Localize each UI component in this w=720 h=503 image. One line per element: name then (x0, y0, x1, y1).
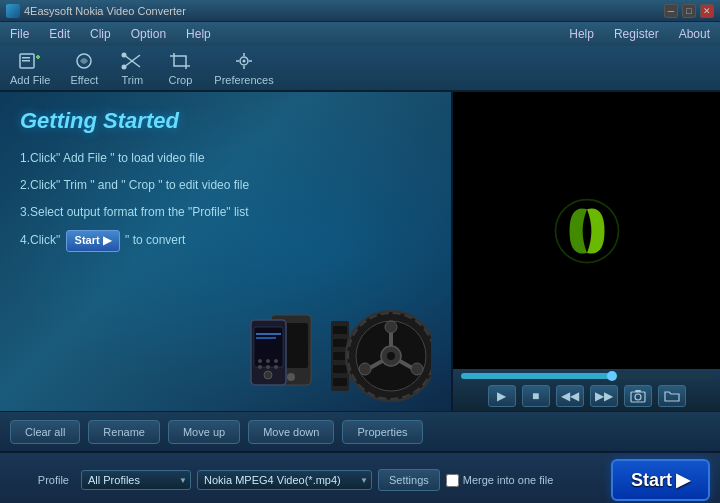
phones-decoration (246, 305, 326, 403)
step4-suffix: " to convert (125, 233, 185, 247)
properties-button[interactable]: Properties (342, 420, 422, 444)
toolbar-preferences-label: Preferences (214, 74, 273, 86)
svg-point-53 (555, 199, 618, 262)
clear-all-button[interactable]: Clear all (10, 420, 80, 444)
rename-button[interactable]: Rename (88, 420, 160, 444)
step4: 4.Click" Start ▶ " to convert (20, 230, 431, 251)
svg-rect-56 (635, 390, 641, 392)
profile-select[interactable]: All Profiles (81, 470, 191, 490)
app-icon (6, 4, 20, 18)
preview-logo (552, 196, 622, 266)
menu-left: File Edit Clip Option Help (6, 25, 215, 43)
merge-checkbox[interactable] (446, 474, 459, 487)
title-controls: ─ □ ✕ (664, 4, 714, 18)
forward-button[interactable]: ▶▶ (590, 385, 618, 407)
menu-help[interactable]: Help (182, 25, 215, 43)
start-button-label: Start (631, 470, 672, 491)
getting-started-panel: Getting Started 1.Click" Add File " to l… (0, 92, 451, 278)
title-bar: 4Easysoft Nokia Video Converter ─ □ ✕ (0, 0, 720, 22)
start-button[interactable]: Start ▶ (611, 459, 710, 501)
add-file-icon (16, 50, 44, 72)
svg-point-8 (122, 53, 127, 58)
move-up-button[interactable]: Move up (168, 420, 240, 444)
main-area: Getting Started 1.Click" Add File " to l… (0, 92, 720, 411)
trim-icon (118, 50, 146, 72)
svg-point-32 (385, 321, 397, 333)
svg-rect-45 (256, 337, 276, 339)
menu-option[interactable]: Option (127, 25, 170, 43)
getting-started-title: Getting Started (20, 108, 431, 134)
svg-rect-23 (333, 339, 347, 347)
svg-point-50 (258, 365, 262, 369)
video-controls-panel: ▶ ■ ◀◀ ▶▶ (453, 369, 720, 411)
svg-point-9 (122, 65, 127, 70)
minimize-button[interactable]: ─ (664, 4, 678, 18)
menu-bar: File Edit Clip Option Help Help Register… (0, 22, 720, 46)
toolbar-add-file[interactable]: Add File (10, 50, 50, 86)
svg-point-51 (266, 365, 270, 369)
video-preview (453, 92, 720, 369)
menu-clip[interactable]: Clip (86, 25, 115, 43)
format-select[interactable]: Nokia MPEG4 Video(*.mp4) (197, 470, 372, 490)
action-bar: Clear all Rename Move up Move down Prope… (0, 411, 720, 451)
register-link[interactable]: Register (610, 25, 663, 43)
svg-rect-24 (333, 352, 347, 360)
help-link[interactable]: Help (565, 25, 598, 43)
move-down-button[interactable]: Move down (248, 420, 334, 444)
folder-button[interactable] (658, 385, 686, 407)
rewind-button[interactable]: ◀◀ (556, 385, 584, 407)
crop-icon (166, 50, 194, 72)
toolbar-effect-label: Effect (70, 74, 98, 86)
bottom-controls: Profile All Profiles Nokia MPEG4 Video(*… (0, 451, 720, 503)
svg-point-16 (243, 60, 246, 63)
svg-point-47 (258, 359, 262, 363)
toolbar-add-file-label: Add File (10, 74, 50, 86)
play-button[interactable]: ▶ (488, 385, 516, 407)
close-button[interactable]: ✕ (700, 4, 714, 18)
seek-handle[interactable] (607, 371, 617, 381)
svg-rect-26 (333, 378, 347, 386)
toolbar-trim[interactable]: Trim (118, 50, 146, 86)
svg-rect-44 (256, 333, 281, 335)
svg-point-34 (359, 363, 371, 375)
settings-button[interactable]: Settings (378, 469, 440, 491)
svg-point-52 (274, 365, 278, 369)
step1: 1.Click" Add File " to load video file (20, 150, 431, 167)
about-link[interactable]: About (675, 25, 714, 43)
svg-point-49 (274, 359, 278, 363)
maximize-button[interactable]: □ (682, 4, 696, 18)
step4-text: 4.Click" (20, 233, 60, 247)
svg-point-36 (387, 352, 395, 360)
toolbar-crop[interactable]: Crop (166, 50, 194, 86)
preferences-icon (230, 50, 258, 72)
merge-text: Merge into one file (463, 474, 554, 486)
svg-rect-10 (174, 56, 186, 66)
toolbar-effect[interactable]: Effect (70, 50, 98, 86)
svg-point-48 (266, 359, 270, 363)
step2: 2.Click" Trim " and " Crop " to edit vid… (20, 177, 431, 194)
svg-rect-4 (22, 60, 30, 62)
screenshot-button[interactable] (624, 385, 652, 407)
merge-label[interactable]: Merge into one file (446, 474, 554, 487)
svg-point-46 (264, 371, 272, 379)
svg-point-33 (411, 363, 423, 375)
stop-button[interactable]: ■ (522, 385, 550, 407)
toolbar-crop-label: Crop (168, 74, 192, 86)
svg-rect-22 (333, 326, 347, 334)
effect-icon (70, 50, 98, 72)
film-reel (331, 301, 431, 401)
step4-start-inline: Start ▶ (66, 230, 120, 251)
toolbar-preferences[interactable]: Preferences (214, 50, 273, 86)
app-title: 4Easysoft Nokia Video Converter (24, 5, 186, 17)
svg-rect-3 (22, 57, 30, 59)
menu-edit[interactable]: Edit (45, 25, 74, 43)
toolbar-trim-label: Trim (122, 74, 144, 86)
profile-select-wrapper: All Profiles (81, 470, 191, 490)
menu-file[interactable]: File (6, 25, 33, 43)
right-panel: ▶ ■ ◀◀ ▶▶ (453, 92, 720, 411)
profile-label: Profile (10, 474, 75, 486)
left-panel: Getting Started 1.Click" Add File " to l… (0, 92, 453, 411)
svg-point-55 (635, 394, 641, 400)
svg-rect-25 (333, 365, 347, 373)
seek-bar[interactable] (461, 373, 712, 379)
